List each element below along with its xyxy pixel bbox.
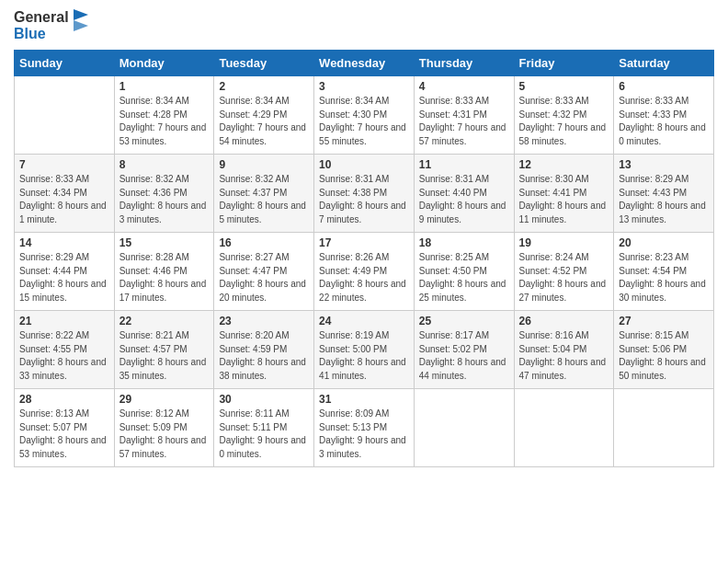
calendar-cell: 1Sunrise: 8:34 AMSunset: 4:28 PMDaylight… [114, 76, 214, 155]
day-number: 8 [119, 158, 210, 171]
calendar-body: 1Sunrise: 8:34 AMSunset: 4:28 PMDaylight… [15, 76, 714, 467]
calendar-cell: 21Sunrise: 8:22 AMSunset: 4:55 PMDayligh… [15, 311, 115, 389]
calendar-cell: 23Sunrise: 8:20 AMSunset: 4:59 PMDayligh… [214, 311, 314, 389]
day-number: 24 [319, 315, 409, 327]
day-info: Sunrise: 8:31 AMSunset: 4:38 PMDaylight:… [319, 173, 409, 226]
weekday-header-wednesday: Wednesday [314, 51, 415, 76]
calendar-cell: 27Sunrise: 8:15 AMSunset: 5:06 PMDayligh… [614, 311, 714, 389]
calendar-cell: 13Sunrise: 8:29 AMSunset: 4:43 PMDayligh… [614, 155, 714, 233]
day-number: 21 [19, 315, 109, 327]
day-number: 7 [19, 158, 109, 171]
day-number: 2 [219, 80, 309, 93]
day-number: 17 [319, 236, 409, 249]
calendar-cell: 31Sunrise: 8:09 AMSunset: 5:13 PMDayligh… [314, 389, 415, 467]
calendar-cell: 14Sunrise: 8:29 AMSunset: 4:44 PMDayligh… [15, 233, 115, 311]
calendar-cell: 10Sunrise: 8:31 AMSunset: 4:38 PMDayligh… [314, 155, 415, 233]
calendar-cell: 15Sunrise: 8:28 AMSunset: 4:46 PMDayligh… [114, 233, 214, 311]
calendar-cell: 17Sunrise: 8:26 AMSunset: 4:49 PMDayligh… [314, 233, 415, 311]
svg-marker-1 [74, 20, 88, 31]
calendar-cell: 22Sunrise: 8:21 AMSunset: 4:57 PMDayligh… [114, 311, 214, 389]
day-number: 14 [19, 236, 109, 249]
week-row-3: 14Sunrise: 8:29 AMSunset: 4:44 PMDayligh… [15, 233, 714, 311]
calendar-cell: 24Sunrise: 8:19 AMSunset: 5:00 PMDayligh… [314, 311, 415, 389]
calendar-table: SundayMondayTuesdayWednesdayThursdayFrid… [14, 50, 714, 467]
day-info: Sunrise: 8:25 AMSunset: 4:50 PMDaylight:… [419, 251, 509, 304]
calendar-cell: 7Sunrise: 8:33 AMSunset: 4:34 PMDaylight… [15, 155, 115, 233]
calendar-cell: 26Sunrise: 8:16 AMSunset: 5:04 PMDayligh… [514, 311, 614, 389]
calendar-cell: 9Sunrise: 8:32 AMSunset: 4:37 PMDaylight… [214, 155, 314, 233]
calendar-cell: 12Sunrise: 8:30 AMSunset: 4:41 PMDayligh… [514, 155, 614, 233]
week-row-2: 7Sunrise: 8:33 AMSunset: 4:34 PMDaylight… [15, 155, 714, 233]
day-info: Sunrise: 8:34 AMSunset: 4:29 PMDaylight:… [219, 95, 309, 148]
calendar-cell: 5Sunrise: 8:33 AMSunset: 4:32 PMDaylight… [514, 76, 614, 155]
day-info: Sunrise: 8:23 AMSunset: 4:54 PMDaylight:… [619, 251, 709, 304]
calendar-cell: 11Sunrise: 8:31 AMSunset: 4:40 PMDayligh… [414, 155, 514, 233]
day-number: 11 [419, 158, 509, 171]
day-info: Sunrise: 8:27 AMSunset: 4:47 PMDaylight:… [219, 251, 309, 304]
calendar-cell [614, 389, 714, 467]
day-info: Sunrise: 8:34 AMSunset: 4:28 PMDaylight:… [119, 95, 210, 148]
calendar-cell: 20Sunrise: 8:23 AMSunset: 4:54 PMDayligh… [614, 233, 714, 311]
calendar-cell: 2Sunrise: 8:34 AMSunset: 4:29 PMDaylight… [214, 76, 314, 155]
calendar-cell: 16Sunrise: 8:27 AMSunset: 4:47 PMDayligh… [214, 233, 314, 311]
day-info: Sunrise: 8:33 AMSunset: 4:33 PMDaylight:… [619, 95, 709, 148]
day-info: Sunrise: 8:26 AMSunset: 4:49 PMDaylight:… [319, 251, 409, 304]
day-info: Sunrise: 8:33 AMSunset: 4:31 PMDaylight:… [419, 95, 509, 148]
day-info: Sunrise: 8:19 AMSunset: 5:00 PMDaylight:… [319, 329, 409, 383]
day-number: 26 [519, 315, 609, 327]
day-info: Sunrise: 8:21 AMSunset: 4:57 PMDaylight:… [119, 329, 210, 383]
day-info: Sunrise: 8:24 AMSunset: 4:52 PMDaylight:… [519, 251, 609, 304]
week-row-4: 21Sunrise: 8:22 AMSunset: 4:55 PMDayligh… [15, 311, 714, 389]
weekday-header-row: SundayMondayTuesdayWednesdayThursdayFrid… [15, 51, 714, 76]
day-number: 12 [519, 158, 609, 171]
calendar-cell: 4Sunrise: 8:33 AMSunset: 4:31 PMDaylight… [414, 76, 514, 155]
calendar-cell: 19Sunrise: 8:24 AMSunset: 4:52 PMDayligh… [514, 233, 614, 311]
day-number: 30 [219, 393, 309, 406]
day-number: 23 [219, 315, 309, 327]
calendar-cell: 8Sunrise: 8:32 AMSunset: 4:36 PMDaylight… [114, 155, 214, 233]
day-number: 27 [619, 315, 709, 327]
day-number: 10 [319, 158, 409, 171]
day-info: Sunrise: 8:15 AMSunset: 5:06 PMDaylight:… [619, 329, 709, 383]
weekday-header-monday: Monday [114, 51, 214, 76]
day-info: Sunrise: 8:22 AMSunset: 4:55 PMDaylight:… [19, 329, 109, 383]
day-info: Sunrise: 8:20 AMSunset: 4:59 PMDaylight:… [219, 329, 309, 383]
week-row-1: 1Sunrise: 8:34 AMSunset: 4:28 PMDaylight… [15, 76, 714, 155]
day-info: Sunrise: 8:31 AMSunset: 4:40 PMDaylight:… [419, 173, 509, 226]
week-row-5: 28Sunrise: 8:13 AMSunset: 5:07 PMDayligh… [15, 389, 714, 467]
calendar-cell: 30Sunrise: 8:11 AMSunset: 5:11 PMDayligh… [214, 389, 314, 467]
day-info: Sunrise: 8:32 AMSunset: 4:36 PMDaylight:… [119, 173, 210, 226]
day-number: 13 [619, 158, 709, 171]
day-number: 31 [319, 393, 409, 406]
day-info: Sunrise: 8:11 AMSunset: 5:11 PMDaylight:… [219, 408, 309, 461]
day-info: Sunrise: 8:17 AMSunset: 5:02 PMDaylight:… [419, 329, 509, 383]
day-number: 22 [119, 315, 210, 327]
day-number: 20 [619, 236, 709, 249]
day-number: 15 [119, 236, 210, 249]
day-number: 16 [219, 236, 309, 249]
day-number: 29 [119, 393, 210, 406]
calendar-cell: 6Sunrise: 8:33 AMSunset: 4:33 PMDaylight… [614, 76, 714, 155]
calendar-cell [414, 389, 514, 467]
svg-marker-0 [74, 9, 88, 20]
day-number: 3 [319, 80, 409, 93]
weekday-header-tuesday: Tuesday [214, 51, 314, 76]
day-info: Sunrise: 8:34 AMSunset: 4:30 PMDaylight:… [319, 95, 409, 148]
day-info: Sunrise: 8:28 AMSunset: 4:46 PMDaylight:… [119, 251, 210, 304]
day-number: 4 [419, 80, 509, 93]
day-number: 9 [219, 158, 309, 171]
calendar-cell [514, 389, 614, 467]
day-number: 18 [419, 236, 509, 249]
weekday-header-thursday: Thursday [414, 51, 514, 76]
day-number: 6 [619, 80, 709, 93]
day-info: Sunrise: 8:12 AMSunset: 5:09 PMDaylight:… [119, 408, 210, 461]
weekday-header-friday: Friday [514, 51, 614, 76]
day-number: 5 [519, 80, 609, 93]
day-number: 28 [19, 393, 109, 406]
weekday-header-sunday: Sunday [15, 51, 115, 76]
day-info: Sunrise: 8:29 AMSunset: 4:43 PMDaylight:… [619, 173, 709, 226]
day-info: Sunrise: 8:33 AMSunset: 4:32 PMDaylight:… [519, 95, 609, 148]
weekday-header-saturday: Saturday [614, 51, 714, 76]
calendar-cell: 28Sunrise: 8:13 AMSunset: 5:07 PMDayligh… [15, 389, 115, 467]
day-info: Sunrise: 8:32 AMSunset: 4:37 PMDaylight:… [219, 173, 309, 226]
